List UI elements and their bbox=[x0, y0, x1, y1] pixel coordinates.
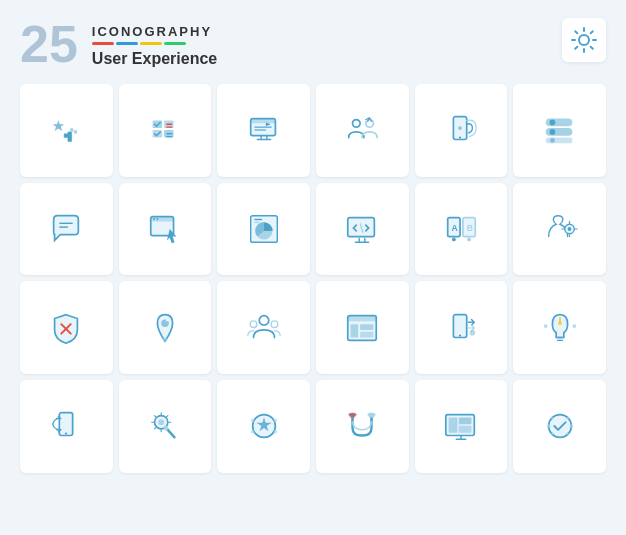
svg-rect-18 bbox=[545, 138, 572, 144]
svg-point-61 bbox=[558, 321, 562, 325]
svg-text:B: B bbox=[467, 223, 473, 233]
svg-rect-81 bbox=[459, 426, 471, 433]
svg-point-27 bbox=[156, 218, 158, 220]
svg-point-62 bbox=[544, 324, 548, 328]
icon-people-share bbox=[217, 281, 310, 374]
svg-point-38 bbox=[452, 238, 456, 242]
svg-point-46 bbox=[166, 319, 168, 321]
icon-browser-layout bbox=[316, 281, 409, 374]
svg-text:A: A bbox=[451, 223, 457, 233]
svg-rect-64 bbox=[60, 413, 73, 436]
header-settings-icon bbox=[562, 18, 606, 62]
icon-pie-chart bbox=[217, 183, 310, 276]
svg-rect-51 bbox=[348, 315, 377, 321]
svg-rect-80 bbox=[459, 418, 471, 425]
color-dot-yellow bbox=[140, 42, 162, 45]
icon-location-pin bbox=[119, 281, 212, 374]
svg-point-74 bbox=[273, 430, 277, 434]
svg-point-0 bbox=[579, 35, 589, 45]
svg-point-19 bbox=[549, 120, 555, 126]
svg-point-49 bbox=[271, 321, 278, 328]
color-dot-blue bbox=[116, 42, 138, 45]
svg-point-83 bbox=[546, 424, 550, 428]
header-left: 25 ICONOGRAPHY User Experience bbox=[20, 18, 217, 70]
icon-checklist-grid bbox=[119, 84, 212, 177]
svg-rect-54 bbox=[360, 331, 373, 337]
color-bar bbox=[92, 42, 217, 45]
svg-point-73 bbox=[250, 430, 254, 434]
icon-mobile-arrow bbox=[415, 281, 508, 374]
icon-head-gear bbox=[513, 183, 606, 276]
svg-point-48 bbox=[250, 321, 257, 328]
icon-ab-test: A B bbox=[415, 183, 508, 276]
svg-point-11 bbox=[353, 120, 361, 128]
icon-magnet bbox=[316, 380, 409, 473]
svg-rect-8 bbox=[250, 119, 275, 124]
icon-star-badge bbox=[217, 380, 310, 473]
svg-point-20 bbox=[549, 129, 555, 135]
svg-rect-55 bbox=[453, 314, 466, 337]
icon-monitor-layout bbox=[415, 380, 508, 473]
svg-rect-52 bbox=[351, 324, 359, 337]
header-text: ICONOGRAPHY User Experience bbox=[92, 18, 217, 68]
header: 25 ICONOGRAPHY User Experience bbox=[20, 18, 606, 70]
icon-shield-x bbox=[20, 281, 113, 374]
svg-point-2 bbox=[74, 130, 78, 134]
icon-mobile-touch bbox=[415, 84, 508, 177]
icon-chat-bubble bbox=[20, 183, 113, 276]
svg-point-21 bbox=[550, 138, 555, 143]
color-dot-red bbox=[92, 42, 114, 45]
svg-point-69 bbox=[164, 426, 169, 431]
svg-point-47 bbox=[259, 315, 269, 325]
icon-monitor-code bbox=[316, 183, 409, 276]
icon-people-stack bbox=[513, 84, 606, 177]
svg-point-39 bbox=[467, 238, 471, 242]
icon-count: 25 bbox=[20, 18, 78, 70]
svg-point-84 bbox=[569, 424, 573, 428]
brand-label: ICONOGRAPHY bbox=[92, 24, 217, 39]
svg-point-14 bbox=[459, 137, 461, 139]
icon-touch-star bbox=[20, 84, 113, 177]
svg-point-57 bbox=[470, 330, 476, 336]
svg-point-71 bbox=[250, 419, 254, 423]
icon-gear-search bbox=[119, 380, 212, 473]
svg-rect-75 bbox=[350, 413, 356, 418]
icon-monitor-list bbox=[217, 84, 310, 177]
svg-point-1 bbox=[70, 128, 74, 132]
svg-rect-79 bbox=[449, 418, 458, 433]
svg-rect-76 bbox=[369, 413, 375, 418]
icon-mobile-refresh bbox=[20, 380, 113, 473]
color-dot-green bbox=[164, 42, 186, 45]
icon-check-badge bbox=[513, 380, 606, 473]
svg-point-45 bbox=[163, 337, 168, 342]
svg-rect-53 bbox=[360, 324, 373, 330]
svg-point-41 bbox=[567, 227, 571, 231]
icon-user-arrows bbox=[316, 84, 409, 177]
icon-grid: A B bbox=[20, 84, 606, 473]
icon-lightbulb bbox=[513, 281, 606, 374]
svg-point-67 bbox=[158, 420, 164, 426]
svg-point-56 bbox=[459, 334, 461, 336]
svg-point-15 bbox=[458, 127, 462, 131]
svg-point-65 bbox=[65, 433, 67, 435]
svg-point-63 bbox=[572, 324, 576, 328]
page: 25 ICONOGRAPHY User Experience bbox=[0, 0, 626, 535]
icon-browser-cursor bbox=[119, 183, 212, 276]
svg-point-72 bbox=[273, 419, 277, 423]
svg-point-26 bbox=[153, 218, 155, 220]
category-title: User Experience bbox=[92, 50, 217, 68]
svg-point-12 bbox=[366, 120, 374, 128]
